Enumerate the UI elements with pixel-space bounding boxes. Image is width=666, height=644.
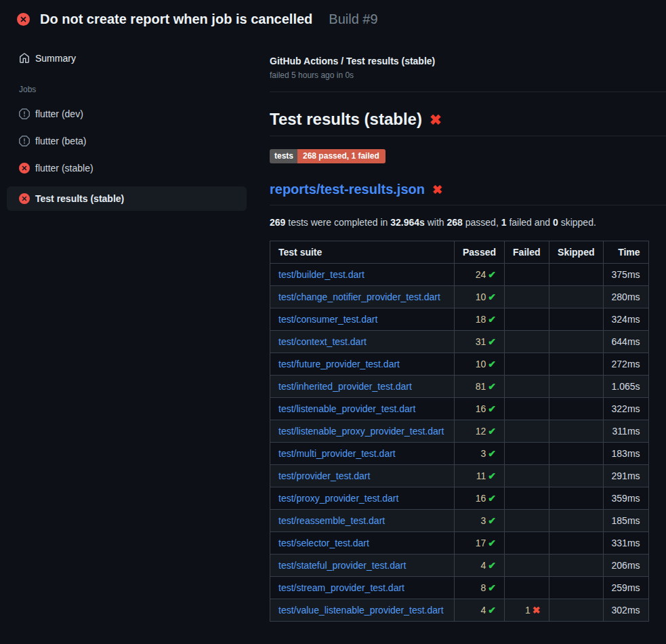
cross-icon: ✖ [533,605,541,616]
check-icon: ✔ [488,314,496,325]
table-row: test/multi_provider_test.dart 3✔ 183ms [270,443,649,465]
col-skipped: Skipped [549,241,603,264]
check-icon: ✔ [488,605,496,616]
check-icon: ✔ [488,493,496,504]
sidebar-item-flutter-beta[interactable]: flutter (beta) [7,132,247,150]
suite-link[interactable]: test/multi_provider_test.dart [278,448,396,459]
badge-label: tests [270,149,297,163]
table-row: test/provider_test.dart 11✔ 291ms [270,465,649,487]
col-passed: Passed [455,241,505,264]
table-row: test/proxy_provider_test.dart 16✔ 359ms [270,487,649,510]
col-time: Time [603,241,648,264]
badge-value: 268 passed, 1 failed [297,149,386,163]
results-summary-text: 269 tests were completed in 32.964s with… [270,217,666,228]
job-detail-panel: GitHub Actions / Test results (stable) f… [253,35,666,622]
table-row: test/change_notifier_provider_test.dart … [270,286,649,308]
tests-status-badge: tests 268 passed, 1 failed [270,149,386,163]
suite-time: 259ms [603,577,648,599]
table-row: test/builder_test.dart 24✔ 375ms [270,264,649,286]
suite-time: 272ms [603,353,648,376]
check-icon: ✔ [488,515,496,526]
home-icon [19,53,30,64]
check-icon: ✔ [488,538,496,548]
table-row: test/stream_provider_test.dart 8✔ 259ms [270,577,649,599]
suite-link[interactable]: test/consumer_test.dart [278,314,377,325]
suite-time: 644ms [603,331,648,353]
run-build-number: Build #9 [329,12,377,27]
suite-link[interactable]: test/reassemble_test.dart [278,515,385,526]
suite-time: 185ms [603,510,648,532]
check-icon: ✔ [488,381,496,392]
stop-icon [19,136,30,146]
suite-link[interactable]: test/context_test.dart [278,336,367,347]
table-row: test/reassemble_test.dart 3✔ 185ms [270,510,649,532]
suite-link[interactable]: test/change_notifier_provider_test.dart [278,291,440,302]
x-circle-fill-icon [19,193,30,204]
sidebar-item-test-results-stable[interactable]: Test results (stable) [7,186,247,211]
table-row: test/consumer_test.dart 18✔ 324ms [270,308,649,331]
sidebar-item-flutter-dev[interactable]: flutter (dev) [7,105,247,123]
job-label: Test results (stable) [35,193,124,204]
table-header-row: Test suite Passed Failed Skipped Time [270,241,649,264]
run-title: Do not create report when job is cancell… [40,12,312,27]
jobs-section-label: Jobs [0,85,253,94]
suite-link[interactable]: test/value_listenable_provider_test.dart [278,605,444,616]
table-row: test/listenable_provider_test.dart 16✔ 3… [270,398,649,420]
check-run-breadcrumb: GitHub Actions / Test results (stable) [270,56,666,66]
suite-time: 206ms [603,555,648,577]
suite-link[interactable]: test/stateful_provider_test.dart [278,560,406,571]
suite-time: 331ms [603,532,648,555]
cross-mark-icon: ✖ [432,184,442,196]
sidebar-item-summary[interactable]: Summary [7,49,247,67]
table-row: test/future_provider_test.dart 10✔ 272ms [270,353,649,376]
section-title: Test results (stable) [270,110,422,129]
suite-link[interactable]: test/listenable_provider_test.dart [278,403,415,414]
suite-time: 324ms [603,308,648,331]
job-label: flutter (stable) [35,163,93,174]
cross-mark-icon: ✖ [430,113,442,127]
check-icon: ✔ [488,582,496,593]
suite-time: 311ms [603,420,648,443]
run-status-text: failed 5 hours ago in 0s [270,71,666,80]
suite-time: 280ms [603,286,648,308]
col-failed: Failed [505,241,549,264]
col-test-suite: Test suite [270,241,455,264]
suite-link[interactable]: test/inherited_provider_test.dart [278,381,412,392]
suite-time: 302ms [603,599,648,622]
suite-link[interactable]: test/selector_test.dart [278,538,369,548]
sidebar-summary-label: Summary [35,53,76,64]
suite-time: 322ms [603,398,648,420]
suite-time: 1.065s [603,376,648,398]
check-icon: ✔ [488,470,496,481]
suite-time: 375ms [603,264,648,286]
job-label: flutter (dev) [35,108,83,119]
suite-link[interactable]: test/proxy_provider_test.dart [278,493,398,504]
suite-time: 359ms [603,487,648,510]
suite-link[interactable]: test/stream_provider_test.dart [278,582,404,593]
job-label: flutter (beta) [35,136,86,146]
suite-link[interactable]: test/listenable_proxy_provider_test.dart [278,426,444,437]
suite-link[interactable]: test/builder_test.dart [278,269,365,280]
table-row: test/selector_test.dart 17✔ 331ms [270,532,649,555]
check-icon: ✔ [488,359,496,369]
check-icon: ✔ [488,426,496,437]
table-row: test/inherited_provider_test.dart 81✔ 1.… [270,376,649,398]
test-results-table: Test suite Passed Failed Skipped Time te… [270,241,649,622]
sidebar-item-flutter-stable[interactable]: flutter (stable) [7,159,247,177]
check-icon: ✔ [488,560,496,571]
suite-time: 291ms [603,465,648,487]
check-icon: ✔ [488,336,496,347]
section-heading: Test results (stable) ✖ [270,110,666,136]
header-divider [270,92,666,92]
x-circle-fill-icon [17,13,30,26]
run-sidebar: Summary Jobs flutter (dev) flutter (beta… [0,35,253,220]
table-row: test/context_test.dart 31✔ 644ms [270,331,649,353]
check-icon: ✔ [488,448,496,459]
suite-link[interactable]: test/future_provider_test.dart [278,359,400,369]
check-icon: ✔ [488,291,496,302]
check-icon: ✔ [488,269,496,280]
x-circle-fill-icon [19,163,30,174]
suite-link[interactable]: test/provider_test.dart [278,470,370,481]
table-row: test/stateful_provider_test.dart 4✔ 206m… [270,555,649,577]
report-file-link[interactable]: reports/test-results.json [270,182,425,197]
